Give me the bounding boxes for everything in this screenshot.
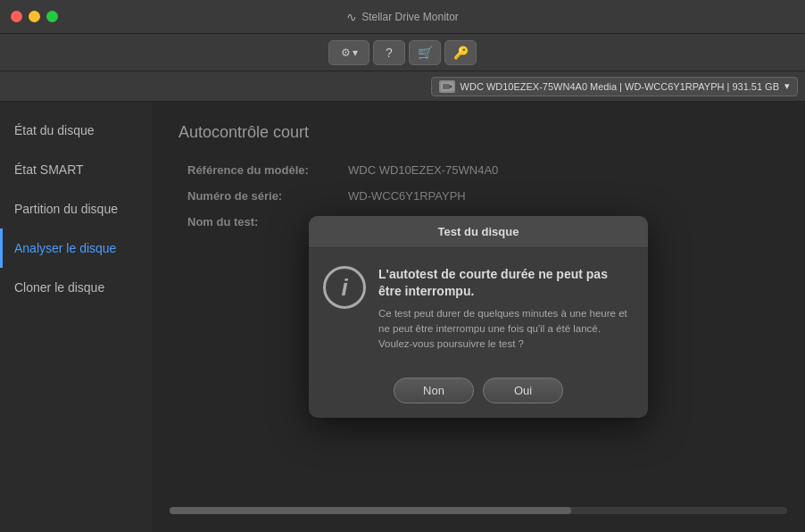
drive-dropdown-arrow: ▾ [784, 80, 790, 92]
sidebar-item-clone-disk-label: Cloner le disque [14, 280, 104, 295]
svg-point-2 [449, 85, 452, 87]
dialog-header: Test du disque [309, 216, 648, 248]
app-title: ∿ Stellar Drive Monitor [346, 10, 459, 24]
app-title-text: Stellar Drive Monitor [361, 11, 459, 23]
sidebar-item-disk-state-label: État du disque [14, 123, 95, 137]
sidebar-item-disk-state[interactable]: État du disque [0, 111, 152, 150]
help-icon: ? [386, 46, 393, 60]
key-icon: 🔑 [453, 46, 469, 60]
main-layout: État du disque État SMART Partition du d… [0, 102, 805, 532]
dialog-heading: L'autotest de courte durée ne peut pas ê… [378, 266, 630, 298]
sidebar-item-smart-state[interactable]: État SMART [0, 150, 152, 189]
cart-icon: 🛒 [418, 46, 433, 60]
dialog: Test du disque i L'autotest de courte du… [309, 216, 648, 417]
dialog-body: i L'autotest de courte durée ne peut pas… [309, 248, 648, 368]
drive-label: WDC WD10EZEX-75WN4A0 Media | WD-WCC6Y1RP… [461, 81, 779, 92]
sidebar-item-disk-partition[interactable]: Partition du disque [0, 189, 152, 229]
hdd-icon [439, 80, 455, 93]
dialog-info-icon: i [323, 266, 366, 309]
sidebar-item-disk-partition-label: Partition du disque [14, 202, 118, 216]
maximize-button[interactable] [46, 11, 58, 22]
key-button[interactable]: 🔑 [444, 40, 477, 65]
dialog-text: L'autotest de courte durée ne peut pas ê… [378, 266, 630, 352]
dialog-footer: Non Oui [309, 369, 648, 418]
sidebar-item-clone-disk[interactable]: Cloner le disque [0, 268, 152, 307]
svg-rect-1 [443, 84, 450, 89]
sidebar-item-analyze-disk-label: Analyser le disque [14, 241, 116, 255]
dialog-yes-button[interactable]: Oui [483, 378, 563, 403]
window-controls [11, 11, 58, 22]
help-button[interactable]: ? [373, 40, 405, 65]
dialog-title: Test du disque [438, 225, 519, 238]
cart-button[interactable]: 🛒 [409, 40, 441, 65]
toolbar: ⚙ ▾ ? 🛒 🔑 [0, 34, 805, 71]
sidebar: État du disque État SMART Partition du d… [0, 102, 152, 532]
dialog-overlay: Test du disque i L'autotest de courte du… [152, 102, 805, 532]
dialog-description: Ce test peut durer de quelques minutes à… [378, 306, 630, 353]
dialog-no-button[interactable]: Non [394, 378, 474, 403]
settings-arrow-icon: ▾ [353, 46, 358, 59]
sidebar-item-smart-state-label: État SMART [14, 162, 84, 177]
drive-selector[interactable]: WDC WD10EZEX-75WN4A0 Media | WD-WCC6Y1RP… [431, 77, 798, 96]
content-area: Autocontrôle court Référence du modèle: … [152, 102, 805, 532]
title-bar: ∿ Stellar Drive Monitor [0, 0, 805, 34]
close-button[interactable] [11, 11, 22, 22]
settings-button[interactable]: ⚙ ▾ [328, 40, 369, 65]
pulse-icon: ∿ [346, 10, 357, 24]
drive-bar: WDC WD10EZEX-75WN4A0 Media | WD-WCC6Y1RP… [0, 71, 805, 102]
minimize-button[interactable] [29, 11, 40, 22]
sidebar-item-analyze-disk[interactable]: Analyser le disque [0, 229, 152, 268]
settings-icon: ⚙ [341, 46, 351, 59]
